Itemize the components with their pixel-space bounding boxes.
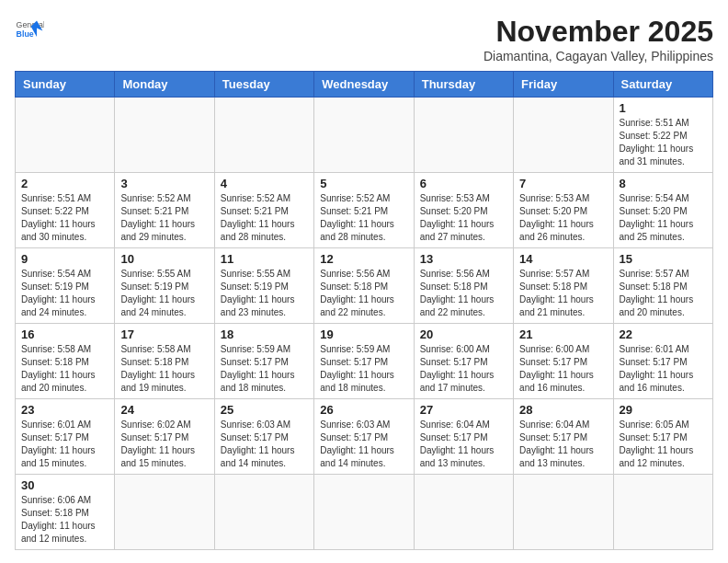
day-number: 4 (221, 177, 308, 190)
day-info: Sunrise: 6:05 AM Sunset: 5:17 PM Dayligh… (620, 419, 707, 470)
day-number: 21 (519, 327, 607, 341)
day-number: 29 (620, 403, 707, 417)
calendar-week-row: 9Sunrise: 5:54 AM Sunset: 5:19 PM Daylig… (16, 248, 713, 324)
day-number: 26 (320, 403, 407, 417)
day-info: Sunrise: 6:01 AM Sunset: 5:17 PM Dayligh… (620, 343, 707, 395)
day-info: Sunrise: 5:59 AM Sunset: 5:17 PM Dayligh… (221, 343, 308, 395)
weekday-header-saturday: Saturday (613, 72, 712, 98)
calendar-cell: 18Sunrise: 5:59 AM Sunset: 5:17 PM Dayli… (214, 324, 313, 399)
weekday-header-sunday: Sunday (16, 72, 115, 98)
calendar-cell: 12Sunrise: 5:56 AM Sunset: 5:18 PM Dayli… (314, 248, 414, 324)
day-number: 30 (21, 478, 108, 492)
svg-text:Blue: Blue (17, 29, 34, 39)
calendar-cell: 11Sunrise: 5:55 AM Sunset: 5:19 PM Dayli… (214, 248, 313, 324)
day-info: Sunrise: 5:55 AM Sunset: 5:19 PM Dayligh… (221, 268, 308, 319)
calendar-cell: 14Sunrise: 5:57 AM Sunset: 5:18 PM Dayli… (514, 248, 613, 324)
day-info: Sunrise: 5:52 AM Sunset: 5:21 PM Dayligh… (320, 192, 407, 244)
day-number: 28 (519, 403, 607, 417)
day-info: Sunrise: 6:00 AM Sunset: 5:17 PM Dayligh… (420, 343, 507, 395)
calendar-cell (115, 98, 214, 173)
day-info: Sunrise: 6:03 AM Sunset: 5:17 PM Dayligh… (320, 419, 407, 470)
day-number: 9 (21, 252, 108, 266)
day-number: 15 (620, 252, 707, 266)
day-number: 16 (21, 327, 108, 341)
calendar-cell: 15Sunrise: 5:57 AM Sunset: 5:18 PM Dayli… (613, 248, 712, 324)
day-info: Sunrise: 5:59 AM Sunset: 5:17 PM Dayligh… (320, 343, 407, 395)
day-number: 17 (120, 327, 208, 341)
day-info: Sunrise: 5:58 AM Sunset: 5:18 PM Dayligh… (21, 343, 108, 395)
calendar-cell (115, 475, 214, 550)
day-number: 25 (221, 403, 308, 417)
calendar-cell: 17Sunrise: 5:58 AM Sunset: 5:18 PM Dayli… (115, 324, 214, 399)
day-number: 20 (420, 327, 507, 341)
calendar-cell: 25Sunrise: 6:03 AM Sunset: 5:17 PM Dayli… (214, 399, 313, 475)
calendar-cell (414, 475, 513, 550)
calendar-cell: 5Sunrise: 5:52 AM Sunset: 5:21 PM Daylig… (314, 173, 414, 248)
calendar-cell (514, 98, 613, 173)
day-number: 18 (221, 327, 308, 341)
calendar-week-row: 30Sunrise: 6:06 AM Sunset: 5:18 PM Dayli… (16, 475, 713, 550)
day-info: Sunrise: 5:57 AM Sunset: 5:18 PM Dayligh… (519, 268, 607, 319)
day-info: Sunrise: 5:52 AM Sunset: 5:21 PM Dayligh… (221, 192, 308, 244)
day-info: Sunrise: 5:53 AM Sunset: 5:20 PM Dayligh… (420, 192, 507, 244)
day-number: 7 (519, 177, 607, 190)
day-number: 10 (120, 252, 208, 266)
calendar-cell: 13Sunrise: 5:56 AM Sunset: 5:18 PM Dayli… (414, 248, 513, 324)
day-number: 27 (420, 403, 507, 417)
calendar-cell (214, 475, 313, 550)
calendar-cell: 9Sunrise: 5:54 AM Sunset: 5:19 PM Daylig… (16, 248, 115, 324)
weekday-header-friday: Friday (514, 72, 613, 98)
calendar-cell: 29Sunrise: 6:05 AM Sunset: 5:17 PM Dayli… (613, 399, 712, 475)
calendar-week-row: 1Sunrise: 5:51 AM Sunset: 5:22 PM Daylig… (16, 98, 713, 173)
calendar-cell: 8Sunrise: 5:54 AM Sunset: 5:20 PM Daylig… (613, 173, 712, 248)
day-number: 13 (420, 252, 507, 266)
calendar-cell: 6Sunrise: 5:53 AM Sunset: 5:20 PM Daylig… (414, 173, 513, 248)
day-info: Sunrise: 5:54 AM Sunset: 5:20 PM Dayligh… (620, 192, 707, 244)
calendar-cell: 16Sunrise: 5:58 AM Sunset: 5:18 PM Dayli… (16, 324, 115, 399)
calendar-cell (314, 98, 414, 173)
calendar-cell: 27Sunrise: 6:04 AM Sunset: 5:17 PM Dayli… (414, 399, 513, 475)
calendar-cell (613, 475, 712, 550)
day-info: Sunrise: 6:04 AM Sunset: 5:17 PM Dayligh… (420, 419, 507, 470)
day-info: Sunrise: 5:56 AM Sunset: 5:18 PM Dayligh… (420, 268, 507, 319)
day-info: Sunrise: 5:51 AM Sunset: 5:22 PM Dayligh… (620, 117, 707, 168)
calendar-cell: 20Sunrise: 6:00 AM Sunset: 5:17 PM Dayli… (414, 324, 513, 399)
day-info: Sunrise: 5:54 AM Sunset: 5:19 PM Dayligh… (21, 268, 108, 319)
month-title: November 2025 (483, 15, 713, 49)
day-info: Sunrise: 6:03 AM Sunset: 5:17 PM Dayligh… (221, 419, 308, 470)
calendar-cell (16, 98, 115, 173)
calendar-week-row: 16Sunrise: 5:58 AM Sunset: 5:18 PM Dayli… (16, 324, 713, 399)
calendar-cell: 23Sunrise: 6:01 AM Sunset: 5:17 PM Dayli… (16, 399, 115, 475)
day-info: Sunrise: 5:55 AM Sunset: 5:19 PM Dayligh… (120, 268, 208, 319)
calendar-cell (514, 475, 613, 550)
weekday-header-wednesday: Wednesday (314, 72, 414, 98)
calendar-cell: 4Sunrise: 5:52 AM Sunset: 5:21 PM Daylig… (214, 173, 313, 248)
day-number: 1 (620, 101, 707, 115)
calendar-cell: 28Sunrise: 6:04 AM Sunset: 5:17 PM Dayli… (514, 399, 613, 475)
calendar-cell: 3Sunrise: 5:52 AM Sunset: 5:21 PM Daylig… (115, 173, 214, 248)
calendar-cell: 1Sunrise: 5:51 AM Sunset: 5:22 PM Daylig… (613, 98, 712, 173)
day-info: Sunrise: 6:01 AM Sunset: 5:17 PM Dayligh… (21, 419, 108, 470)
day-number: 6 (420, 177, 507, 190)
day-info: Sunrise: 5:51 AM Sunset: 5:22 PM Dayligh… (21, 192, 108, 244)
day-info: Sunrise: 6:00 AM Sunset: 5:17 PM Dayligh… (519, 343, 607, 395)
calendar-cell: 22Sunrise: 6:01 AM Sunset: 5:17 PM Dayli… (613, 324, 712, 399)
calendar-week-row: 2Sunrise: 5:51 AM Sunset: 5:22 PM Daylig… (16, 173, 713, 248)
calendar-cell: 19Sunrise: 5:59 AM Sunset: 5:17 PM Dayli… (314, 324, 414, 399)
day-info: Sunrise: 5:57 AM Sunset: 5:18 PM Dayligh… (620, 268, 707, 319)
calendar-cell (214, 98, 313, 173)
day-number: 2 (21, 177, 108, 190)
day-number: 12 (320, 252, 407, 266)
day-number: 8 (620, 177, 707, 190)
calendar-cell: 26Sunrise: 6:03 AM Sunset: 5:17 PM Dayli… (314, 399, 414, 475)
day-number: 22 (620, 327, 707, 341)
calendar-cell: 24Sunrise: 6:02 AM Sunset: 5:17 PM Dayli… (115, 399, 214, 475)
weekday-header-thursday: Thursday (414, 72, 513, 98)
day-number: 14 (519, 252, 607, 266)
weekday-header-tuesday: Tuesday (214, 72, 313, 98)
calendar-cell: 21Sunrise: 6:00 AM Sunset: 5:17 PM Dayli… (514, 324, 613, 399)
weekday-header-monday: Monday (115, 72, 214, 98)
calendar-cell: 2Sunrise: 5:51 AM Sunset: 5:22 PM Daylig… (16, 173, 115, 248)
calendar-table: SundayMondayTuesdayWednesdayThursdayFrid… (15, 71, 713, 550)
day-info: Sunrise: 6:04 AM Sunset: 5:17 PM Dayligh… (519, 419, 607, 470)
